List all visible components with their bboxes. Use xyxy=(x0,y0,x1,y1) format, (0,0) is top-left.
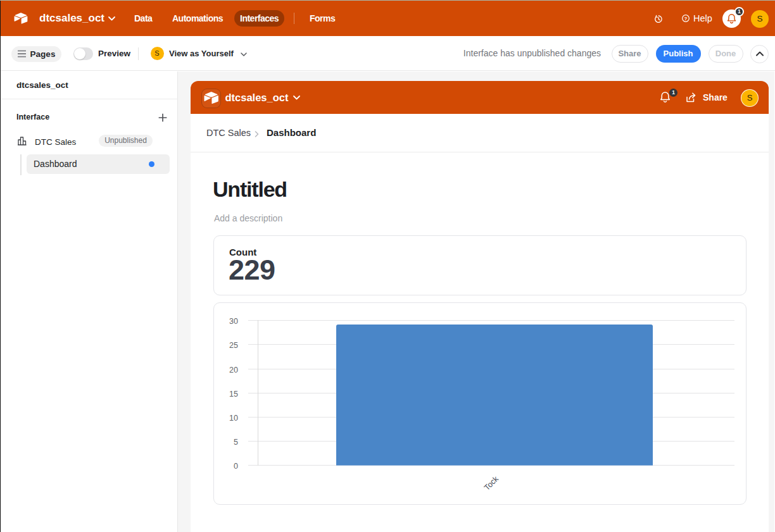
svg-text:0: 0 xyxy=(234,462,238,471)
svg-text:10: 10 xyxy=(229,414,238,423)
svg-text:20: 20 xyxy=(229,366,238,374)
svg-text:?: ? xyxy=(684,16,688,22)
svg-text:15: 15 xyxy=(229,390,238,399)
svg-text:30: 30 xyxy=(229,317,238,326)
svg-text:25: 25 xyxy=(229,341,238,350)
svg-text:5: 5 xyxy=(234,438,238,447)
svg-text:Tock: Tock xyxy=(482,474,501,492)
